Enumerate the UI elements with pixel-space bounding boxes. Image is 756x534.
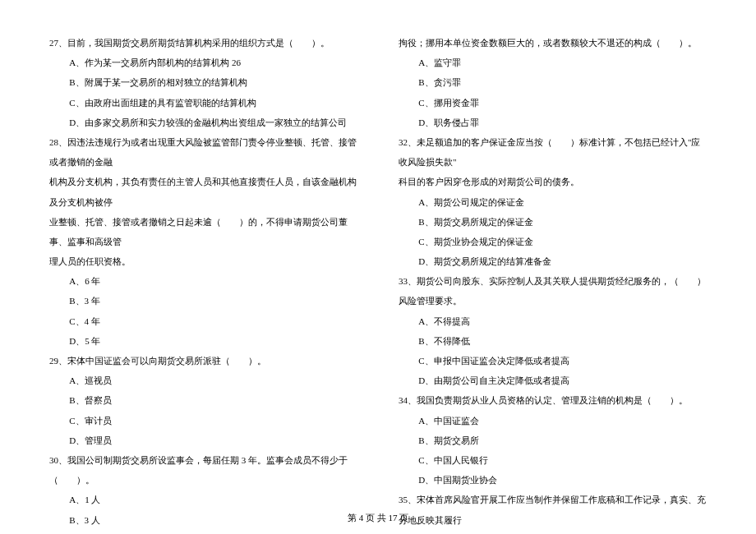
- question-text: 28、因违法违规行为或者出现重大风险被监管部门责令停业整顿、托管、接管或者撤销的…: [49, 132, 357, 172]
- option-d: D、期货交易所规定的结算准备金: [399, 251, 707, 271]
- question-27: 27、目前，我国期货交易所期货结算机构采用的组织方式是（ ）。 A、作为某一交易…: [49, 33, 357, 132]
- option-c: C、5 人: [49, 530, 357, 534]
- option-b: B、3 年: [49, 291, 357, 311]
- option-b: B、督察员: [49, 390, 357, 410]
- question-28: 28、因违法违规行为或者出现重大风险被监管部门责令停业整顿、托管、接管或者撤销的…: [49, 132, 357, 351]
- option-a: A、中国证监会: [399, 411, 707, 430]
- question-text-cont: 业整顿、托管、接管或者撤销之日起未逾（ ）的，不得申请期货公司董事、监事和高级管: [49, 212, 357, 251]
- question-text: 27、目前，我国期货交易所期货结算机构采用的组织方式是（ ）。: [49, 33, 357, 53]
- left-column: 27、目前，我国期货交易所期货结算机构采用的组织方式是（ ）。 A、作为某一交易…: [49, 33, 357, 534]
- option-d: D、职务侵占罪: [399, 113, 707, 132]
- option-a: A、期货公司规定的保证金: [399, 192, 707, 212]
- option-a: A、作为某一交易所内部机构的结算机构 26: [49, 53, 357, 72]
- question-29: 29、宋体中国证监会可以向期货交易所派驻（ ）。 A、巡视员 B、督察员 C、审…: [49, 351, 357, 450]
- question-text-cont: 科目的客户因穿仓形成的对期货公司的债务。: [399, 172, 707, 191]
- option-c: C、中国人民银行: [399, 450, 707, 470]
- option-b: B、期货交易所: [399, 430, 707, 450]
- question-text: 30、我国公司制期货交易所设监事会，每届任期 3 年。监事会成员不得少于（ ）。: [49, 450, 357, 490]
- question-text: 29、宋体中国证监会可以向期货交易所派驻（ ）。: [49, 351, 357, 371]
- question-text-cont: 职责情况。工作底稿和工作记录应当至少保存（ ）年。: [399, 530, 707, 534]
- question-34: 34、我国负责期货从业人员资格的认定、管理及注销的机构是（ ）。 A、中国证监会…: [399, 390, 707, 490]
- question-31-cont: 拘役；挪用本单位资金数额巨大的，或者数额较大不退还的构成（ ）。 A、监守罪 B…: [399, 33, 707, 132]
- right-column: 拘役；挪用本单位资金数额巨大的，或者数额较大不退还的构成（ ）。 A、监守罪 B…: [399, 33, 707, 534]
- option-b: B、不得降低: [399, 331, 707, 351]
- option-d: D、由多家交易所和实力较强的金融机构出资组成一家独立的结算公司: [49, 113, 357, 132]
- question-text: 34、我国负责期货从业人员资格的认定、管理及注销的机构是（ ）。: [399, 390, 707, 410]
- question-33: 33、期货公司向股东、实际控制人及其关联人提供期货经纪服务的，（ ）风险管理要求…: [399, 271, 707, 390]
- option-a: A、巡视员: [49, 371, 357, 390]
- page-footer: 第 4 页 共 17 页: [0, 508, 756, 527]
- option-c: C、期货业协会规定的保证金: [399, 232, 707, 251]
- option-a: A、不得提高: [399, 311, 707, 331]
- question-text-cont: 理人员的任职资格。: [49, 251, 357, 271]
- question-text: 33、期货公司向股东、实际控制人及其关联人提供期货经纪服务的，（ ）风险管理要求…: [399, 271, 707, 311]
- question-text-cont: 机构及分支机构，其负有责任的主管人员和其他直接责任人员，自该金融机构及分支机构被…: [49, 172, 357, 211]
- option-a: A、监守罪: [399, 53, 707, 72]
- option-c: C、4 年: [49, 311, 357, 331]
- option-c: C、审计员: [49, 411, 357, 430]
- option-b: B、期货交易所规定的保证金: [399, 212, 707, 232]
- option-d: D、中国期货业协会: [399, 470, 707, 490]
- option-d: D、管理员: [49, 430, 357, 450]
- option-b: B、贪污罪: [399, 72, 707, 92]
- question-text: 32、未足额追加的客户保证金应当按（ ）标准计算，不包括已经计入"应收风险损失款…: [399, 132, 707, 172]
- option-d: D、由期货公司自主决定降低或者提高: [399, 371, 707, 390]
- question-32: 32、未足额追加的客户保证金应当按（ ）标准计算，不包括已经计入"应收风险损失款…: [399, 132, 707, 271]
- option-c: C、由政府出面组建的具有监管职能的结算机构: [49, 93, 357, 113]
- question-text-cont: 拘役；挪用本单位资金数额巨大的，或者数额较大不退还的构成（ ）。: [399, 33, 707, 53]
- option-d: D、5 年: [49, 331, 357, 351]
- option-c: C、申报中国证监会决定降低或者提高: [399, 351, 707, 371]
- option-a: A、6 年: [49, 271, 357, 291]
- option-c: C、挪用资金罪: [399, 93, 707, 113]
- exam-page: 27、目前，我国期货交易所期货结算机构采用的组织方式是（ ）。 A、作为某一交易…: [0, 0, 756, 534]
- option-b: B、附属于某一交易所的相对独立的结算机构: [49, 72, 357, 92]
